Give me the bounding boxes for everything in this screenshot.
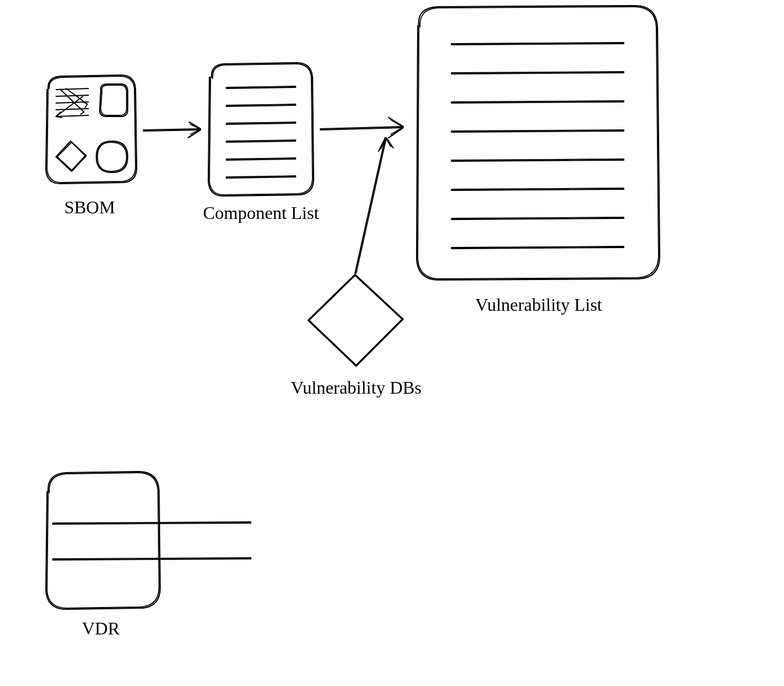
node-vdr <box>46 472 251 609</box>
arrow-sbom-to-component <box>143 122 200 138</box>
label-vdr: VDR <box>82 618 120 638</box>
node-component-list <box>208 63 314 196</box>
arrow-component-to-vuln <box>320 118 403 138</box>
sbom-square-icon <box>100 84 128 116</box>
label-component-list: Component List <box>203 203 319 223</box>
sbom-diamond-icon <box>56 141 86 171</box>
node-sbom <box>46 75 137 184</box>
sbom-lines-icon <box>56 88 88 118</box>
node-vulnerability-list <box>417 6 660 280</box>
arrow-dbs-to-vuln <box>355 138 393 273</box>
label-sbom: SBOM <box>64 197 115 217</box>
diagram-canvas: SBOM Component List <box>0 0 784 686</box>
node-vulnerability-dbs <box>308 274 403 366</box>
label-vulnerability-dbs: Vulnerability DBs <box>291 377 422 398</box>
label-vulnerability-list: Vulnerability List <box>475 295 603 315</box>
sbom-circle-icon <box>96 141 128 172</box>
